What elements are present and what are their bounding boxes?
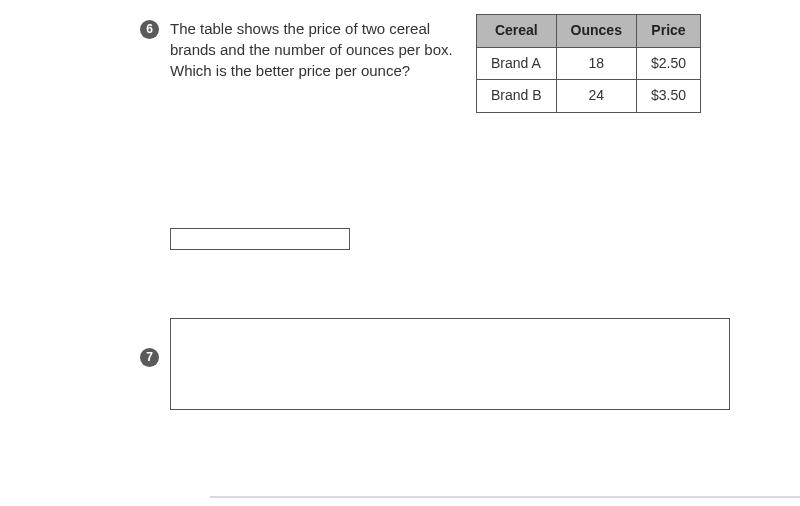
- problem-6-text: The table shows the price of two cereal …: [170, 18, 460, 81]
- footer-divider: [210, 496, 800, 498]
- col-header-ounces: Ounces: [556, 15, 636, 48]
- cell-brand: Brand A: [477, 47, 557, 80]
- answer-input-long[interactable]: [170, 318, 730, 410]
- col-header-price: Price: [636, 15, 700, 48]
- table-row: Brand A 18 $2.50: [477, 47, 701, 80]
- cell-ounces: 18: [556, 47, 636, 80]
- problem-number-badge: 6: [140, 20, 159, 39]
- col-header-cereal: Cereal: [477, 15, 557, 48]
- cell-price: $2.50: [636, 47, 700, 80]
- table-header-row: Cereal Ounces Price: [477, 15, 701, 48]
- problem-number-badge: 7: [140, 348, 159, 367]
